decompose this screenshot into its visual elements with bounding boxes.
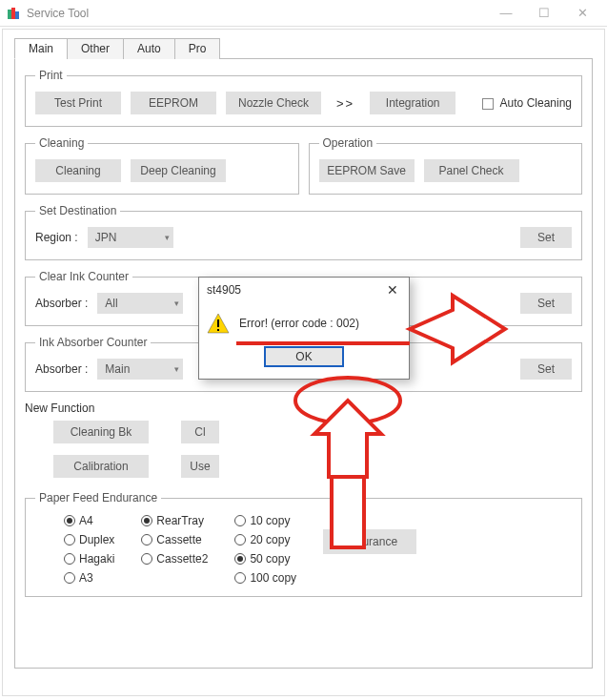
- ink-absorber-set-button[interactable]: Set: [520, 359, 572, 380]
- panel-check-button[interactable]: Panel Check: [424, 159, 519, 182]
- group-operation-legend: Operation: [319, 136, 377, 150]
- calibration-button[interactable]: Calibration: [53, 455, 149, 478]
- radio-100copy[interactable]: 100 copy: [234, 571, 296, 585]
- group-set-destination: Set Destination Region : JPN ▾ Set: [25, 204, 582, 260]
- clear-ink-set-button[interactable]: Set: [520, 293, 572, 314]
- auto-cleaning-checkbox[interactable]: Auto Cleaning: [482, 96, 572, 110]
- tab-auto[interactable]: Auto: [123, 38, 175, 59]
- tab-pro[interactable]: Pro: [174, 38, 221, 59]
- svg-rect-2: [15, 11, 19, 19]
- title-bar: Service Tool — ☐ ✕: [0, 0, 607, 27]
- radio-duplex[interactable]: Duplex: [64, 533, 114, 546]
- group-feed-endurance: Paper Feed Endurance A4 Duplex Hagaki A3…: [25, 491, 582, 597]
- region-select[interactable]: JPN ▾: [88, 227, 173, 248]
- radio-10copy[interactable]: 10 copy: [234, 514, 296, 527]
- error-dialog: st4905 ✕ Error! (error code : 002) OK: [198, 277, 410, 380]
- minimize-button[interactable]: —: [487, 0, 525, 27]
- chevron-down-icon: ▾: [165, 233, 170, 242]
- radio-20copy[interactable]: 20 copy: [234, 533, 296, 546]
- dialog-ok-button[interactable]: OK: [264, 346, 344, 367]
- group-print: Print Test Print EEPROM Nozzle Check >> …: [25, 69, 582, 127]
- svg-rect-1: [11, 8, 15, 19]
- window-title: Service Tool: [27, 7, 487, 20]
- svg-rect-4: [217, 319, 219, 327]
- radio-hagaki[interactable]: Hagaki: [64, 552, 114, 566]
- ink-absorber-value: Main: [105, 362, 130, 376]
- radio-dot-icon: [64, 572, 75, 584]
- tab-other[interactable]: Other: [67, 38, 124, 59]
- clear-ink-absorber-label: Absorber :: [35, 297, 88, 310]
- app-icon: [6, 6, 21, 21]
- integration-button[interactable]: Integration: [370, 92, 455, 114]
- radio-dot-icon: [64, 515, 75, 526]
- ink-absorber-select[interactable]: Main ▾: [97, 359, 183, 380]
- svg-rect-5: [217, 329, 219, 331]
- eeprom-save-button[interactable]: EEPROM Save: [319, 159, 415, 182]
- group-set-destination-legend: Set Destination: [35, 204, 120, 217]
- chevron-down-icon: ▾: [174, 364, 179, 374]
- group-feed-endurance-legend: Paper Feed Endurance: [35, 491, 161, 504]
- tab-strip: Main Other Auto Pro: [3, 30, 604, 58]
- use-button[interactable]: Use: [181, 455, 219, 478]
- chevron-down-icon: ▾: [174, 299, 179, 308]
- warning-icon: [207, 312, 230, 335]
- region-label: Region :: [35, 231, 78, 244]
- feed-tray-radios: RearTray Cassette Cassette2: [141, 514, 210, 566]
- close-window-button[interactable]: ✕: [563, 0, 601, 27]
- checkbox-icon: [482, 98, 494, 110]
- radio-dot-icon: [234, 534, 246, 546]
- radio-a4[interactable]: A4: [64, 514, 114, 527]
- radio-dot-icon: [64, 534, 75, 546]
- radio-cassette[interactable]: Cassette: [141, 533, 208, 546]
- clear-ink-absorber-value: All: [105, 297, 117, 310]
- radio-reartray[interactable]: RearTray: [141, 514, 208, 527]
- radio-dot-icon: [234, 572, 246, 584]
- eeprom-button[interactable]: EEPROM: [131, 92, 216, 114]
- tab-main[interactable]: Main: [14, 38, 68, 59]
- radio-dot-icon: [64, 553, 75, 565]
- group-ink-absorber-legend: Ink Absorber Counter: [35, 336, 151, 349]
- radio-cassette2[interactable]: Cassette2: [141, 552, 208, 566]
- radio-50copy[interactable]: 50 copy: [234, 552, 296, 566]
- dialog-close-button[interactable]: ✕: [380, 282, 405, 298]
- cleaning-button[interactable]: Cleaning: [35, 159, 121, 182]
- auto-cleaning-label: Auto Cleaning: [500, 96, 572, 110]
- deep-cleaning-button[interactable]: Deep Cleaning: [131, 159, 226, 182]
- dialog-title-bar: st4905 ✕: [199, 278, 409, 302]
- new-function-heading: New Function: [25, 401, 582, 415]
- radio-dot-icon: [141, 534, 152, 546]
- set-destination-set-button[interactable]: Set: [520, 227, 572, 248]
- feed-copies-radios: 10 copy 20 copy 50 copy 100 copy: [234, 514, 298, 585]
- radio-dot-icon: [234, 515, 246, 526]
- feed-size-radios: A4 Duplex Hagaki A3: [64, 514, 116, 585]
- radio-a3[interactable]: A3: [64, 571, 114, 585]
- maximize-button[interactable]: ☐: [525, 0, 563, 27]
- nozzle-check-button[interactable]: Nozzle Check: [226, 92, 321, 114]
- more-icon[interactable]: >>: [331, 96, 360, 111]
- group-operation: Operation EEPROM Save Panel Check: [309, 136, 583, 195]
- dialog-title: st4905: [207, 283, 380, 297]
- group-print-legend: Print: [35, 69, 67, 82]
- ink-absorber-label: Absorber :: [35, 362, 88, 376]
- group-cleaning-legend: Cleaning: [35, 136, 88, 150]
- radio-dot-icon: [234, 553, 246, 565]
- endurance-button[interactable]: Endurance: [323, 529, 416, 554]
- radio-dot-icon: [141, 553, 152, 565]
- clear-ink-absorber-select[interactable]: All ▾: [97, 293, 183, 314]
- cl-button[interactable]: Cl: [181, 421, 219, 443]
- cleaning-bk-button[interactable]: Cleaning Bk: [53, 421, 149, 443]
- dialog-message: Error! (error code : 002): [239, 317, 359, 330]
- test-print-button[interactable]: Test Print: [35, 92, 121, 114]
- svg-rect-0: [8, 10, 11, 19]
- radio-dot-icon: [141, 515, 152, 526]
- region-value: JPN: [95, 231, 117, 244]
- group-clear-ink-legend: Clear Ink Counter: [35, 270, 132, 283]
- group-cleaning: Cleaning Cleaning Deep Cleaning: [25, 136, 299, 195]
